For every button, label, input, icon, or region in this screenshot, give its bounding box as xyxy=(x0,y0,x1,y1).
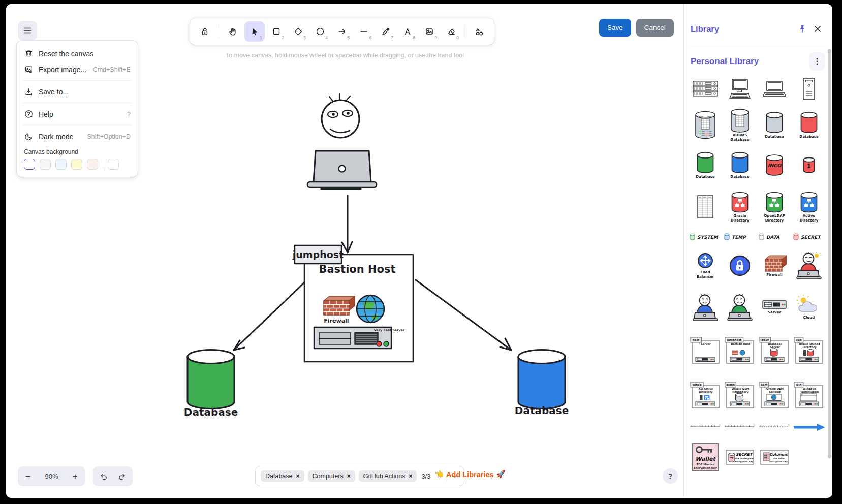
tool-shapes[interactable] xyxy=(469,21,489,42)
text-icon xyxy=(402,26,413,37)
library-item-timeline-ruler-2[interactable] xyxy=(723,420,757,435)
menu-item-reset-the-canvas[interactable]: Reset the canvas xyxy=(17,46,138,61)
background-swatch-1[interactable] xyxy=(40,159,51,170)
tool-line[interactable]: 6 xyxy=(354,21,374,42)
redo-button[interactable] xyxy=(114,469,130,484)
library-item-load-balancer[interactable]: LoadBalancer xyxy=(688,247,723,285)
library-item-database-blue[interactable]: Database xyxy=(723,147,757,183)
library-item-tablespace-data[interactable]: DATA xyxy=(757,231,792,243)
library-item-tower-server[interactable] xyxy=(792,75,826,103)
library-item-columns-tde-table-key[interactable]: Columns TDE Table Encryption Key xyxy=(757,439,792,476)
tool-image[interactable]: 9 xyxy=(419,21,440,42)
library-item-cloud[interactable]: Cloud xyxy=(792,289,826,326)
library-item-openldap-directory[interactable]: OpenLDAPDirectory xyxy=(757,187,792,227)
library-item-windows-workstation-host[interactable]: win WindowsWorkstation xyxy=(792,375,826,416)
chip-remove-icon[interactable]: × xyxy=(296,472,300,480)
menu-item-export-image[interactable]: Export image... Cmd+Shift+E xyxy=(17,61,138,77)
jumphost-label: jumphost xyxy=(292,249,344,260)
add-libraries-link[interactable]: 👈 Add Libraries 🚀 xyxy=(434,470,506,479)
pin-button[interactable] xyxy=(795,21,810,37)
library-scrollbar[interactable] xyxy=(828,49,831,458)
library-item-server[interactable]: Server xyxy=(757,289,792,326)
library-item-firewall[interactable]: Firewall xyxy=(757,247,792,285)
library-item-tablespace-system[interactable]: SYSTEM xyxy=(688,231,723,243)
library-item-secret-tde-tablespace-key[interactable]: SECRET TDE Tablespace Encryption Key xyxy=(723,439,757,476)
library-item-jumphost-bastion[interactable]: jumphost Bastion Host xyxy=(723,330,757,371)
library-item-data-table[interactable] xyxy=(688,187,723,227)
tool-text[interactable]: 8 xyxy=(397,21,418,42)
zoom-level[interactable]: 90% xyxy=(45,472,58,480)
library-item-active-directory[interactable]: ActiveDirectory xyxy=(792,187,826,227)
tool-rectangle[interactable]: 2 xyxy=(266,21,287,42)
tool-draw[interactable]: 7 xyxy=(376,21,396,42)
library-item-oracle-oem-repository-host[interactable]: oemR Oracle OEMRepository xyxy=(723,375,757,416)
arrow-to-green-db[interactable] xyxy=(234,282,304,350)
library-item-database-inco[interactable]: INCO xyxy=(757,147,792,183)
arrow-person-to-bastion[interactable] xyxy=(342,196,352,253)
library-item-database-1[interactable]: 1 xyxy=(792,147,826,183)
library-item-person-laptop-blue[interactable] xyxy=(688,289,723,326)
cancel-button[interactable]: Cancel xyxy=(636,19,674,37)
library-item-lock[interactable] xyxy=(723,247,757,285)
help-button[interactable]: ? xyxy=(663,468,678,484)
library-item-oracle-directory[interactable]: OracleDirectory xyxy=(723,187,757,227)
bastion-host-box[interactable]: jumphost Bastion Host Firewall xyxy=(292,245,413,362)
library-item-database-red[interactable]: Database xyxy=(792,107,826,143)
menu-item-help[interactable]: Help ? xyxy=(17,106,138,122)
menu-button[interactable] xyxy=(18,21,37,40)
library-item-empty-cell[interactable] xyxy=(792,439,826,476)
chip-remove-icon[interactable]: × xyxy=(409,472,412,480)
library-item-tablespace-temp[interactable]: TEMP xyxy=(723,231,757,243)
library-item-oracle-unified-directory-host[interactable]: oud Oracle UnifiedDirectory xyxy=(792,330,826,371)
blue-database[interactable]: Database xyxy=(515,350,569,417)
library-item-database-gray[interactable]: Database xyxy=(757,107,792,143)
background-swatch-0[interactable] xyxy=(24,159,35,170)
filter-chip-computers[interactable]: Computers× xyxy=(308,470,355,482)
library-item-timeline-ruler-1[interactable] xyxy=(688,420,723,435)
zoom-in-button[interactable]: + xyxy=(68,469,82,484)
library-item-host-server[interactable]: host Server xyxy=(688,330,723,371)
selection-icon xyxy=(250,26,260,37)
close-library-button[interactable] xyxy=(810,21,825,37)
background-swatch-4[interactable] xyxy=(87,159,98,170)
person-at-laptop[interactable] xyxy=(307,94,377,189)
filter-chip-database[interactable]: Database× xyxy=(261,470,304,482)
library-menu-button[interactable] xyxy=(809,52,825,71)
background-swatch-2[interactable] xyxy=(55,159,67,170)
arrow-to-blue-db[interactable] xyxy=(416,280,511,350)
library-item-database-server-host[interactable]: db19 DatabaseServer xyxy=(757,330,792,371)
library-item-tablespace-secret[interactable]: SECRET xyxy=(792,231,826,243)
tool-eraser[interactable]: 0 xyxy=(441,21,461,42)
green-database[interactable]: Database xyxy=(184,350,238,419)
library-item-wallet-tde-master-key[interactable]: Wallet TDE Master Encryption Key xyxy=(688,439,723,476)
library-item-oracle-oem-console-host[interactable]: oem Oracle OEMConsole xyxy=(757,375,792,416)
library-item-laptop[interactable] xyxy=(757,75,792,103)
chip-remove-icon[interactable]: × xyxy=(347,472,351,480)
menu-item-save-to[interactable]: Save to... xyxy=(17,84,138,100)
library-item-person-laptop-green[interactable] xyxy=(723,289,757,326)
tool-diamond[interactable]: 3 xyxy=(288,21,308,42)
library-item-server-rack[interactable] xyxy=(688,75,723,103)
library-item-database-green[interactable]: Database xyxy=(688,147,723,183)
library-item-classified-database[interactable] xyxy=(688,107,723,143)
tool-selection[interactable]: 1 xyxy=(244,21,265,42)
library-item-timeline-ruler-3[interactable] xyxy=(757,420,792,435)
save-button[interactable]: Save xyxy=(599,19,631,37)
library-item-blue-arrow[interactable] xyxy=(792,420,826,435)
tool-lock[interactable] xyxy=(195,21,215,42)
library-item-ad-active-directory-host[interactable]: winad AD ActiveDirectory xyxy=(688,375,723,416)
menu-item-dark-mode[interactable]: Dark mode Shift+Option+D xyxy=(17,129,138,144)
background-swatch-3[interactable] xyxy=(71,159,82,170)
library-item-person-laptop-sun[interactable] xyxy=(792,247,826,285)
library-item-desktop-computer[interactable] xyxy=(723,75,757,103)
zoom-out-button[interactable]: − xyxy=(21,469,35,484)
library-item-caption: RDBMS Database xyxy=(723,133,757,142)
tool-hand[interactable] xyxy=(223,21,243,42)
background-swatch-5[interactable] xyxy=(108,159,119,170)
filter-chip-github-actions[interactable]: GitHub Actions× xyxy=(359,470,417,482)
tool-ellipse[interactable]: 4 xyxy=(310,21,330,42)
undo-button[interactable] xyxy=(96,469,111,484)
canvas-area[interactable]: jumphost Bastion Host Firewall xyxy=(6,4,683,498)
library-item-rdbms-database[interactable]: RDBMS Database xyxy=(723,107,757,143)
tool-arrow[interactable]: 5 xyxy=(332,21,352,42)
